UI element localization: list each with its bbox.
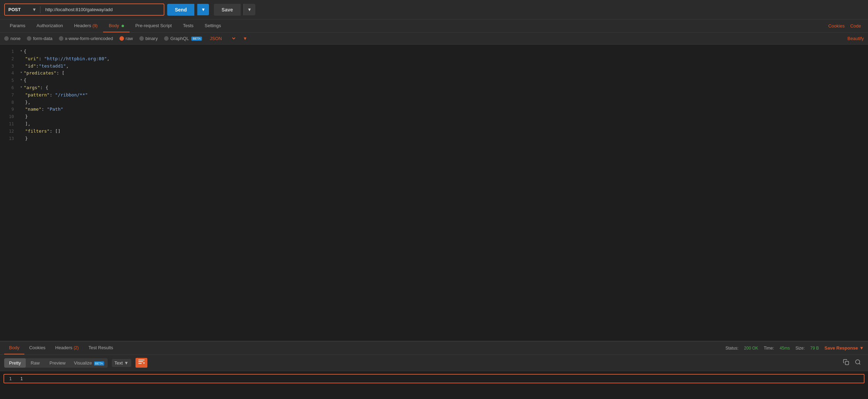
radio-urlencoded-circle: [59, 36, 63, 41]
response-body-line: 1 1: [3, 374, 865, 383]
request-tabs: Params Authorization Headers (9) Body Pr…: [0, 19, 868, 33]
tab-authorization[interactable]: Authorization: [31, 19, 69, 32]
code-line-13: 13 }: [0, 135, 868, 142]
radio-formdata-circle: [27, 36, 31, 41]
radio-none[interactable]: none: [4, 36, 21, 41]
response-tabs-row: Body Cookies Headers (2) Test Results St…: [0, 342, 868, 355]
view-preview-button[interactable]: Preview: [45, 358, 70, 368]
response-tab-cookies[interactable]: Cookies: [24, 342, 51, 354]
response-tab-body[interactable]: Body: [4, 342, 24, 354]
response-tab-headers[interactable]: Headers (2): [51, 342, 84, 354]
radio-graphql[interactable]: GraphQL BETA: [164, 36, 202, 41]
graphql-beta-badge: BETA: [191, 37, 202, 41]
code-line-10: 10 }: [0, 113, 868, 120]
svg-rect-0: [138, 360, 145, 360]
size-value: 79 B: [810, 346, 819, 351]
status-label: Status:: [726, 346, 738, 351]
radio-none-circle: [4, 36, 9, 41]
response-section: Body Cookies Headers (2) Test Results St…: [0, 341, 868, 399]
svg-rect-1: [138, 361, 143, 362]
status-value: 200 OK: [744, 346, 758, 351]
url-bar: POST GET PUT DELETE PATCH ▼ Send ▼ Save …: [0, 0, 868, 19]
response-headers-badge: (2): [73, 345, 79, 350]
response-line-number: 1: [9, 376, 13, 381]
tab-settings[interactable]: Settings: [199, 19, 227, 32]
method-dropdown-icon[interactable]: ▼: [30, 4, 39, 15]
tab-prerequest[interactable]: Pre-request Script: [130, 19, 177, 32]
visualize-beta-badge: BETA: [94, 361, 104, 366]
view-pretty-button[interactable]: Pretty: [4, 358, 26, 368]
code-line-8: 8 },: [0, 99, 868, 106]
right-icons: [840, 358, 864, 368]
radio-graphql-circle: [164, 36, 169, 41]
url-input-group: POST GET PUT DELETE PATCH ▼: [4, 3, 164, 16]
code-line-12: 12 "filters": []: [0, 128, 868, 135]
svg-rect-2: [138, 363, 142, 364]
radio-urlencoded[interactable]: x-www-form-urlencoded: [59, 36, 113, 41]
format-select-icon[interactable]: ▼: [124, 360, 129, 366]
tab-headers[interactable]: Headers (9): [69, 19, 103, 32]
code-line-9: 9 "name": "Path": [0, 106, 868, 113]
response-controls: Pretty Raw Preview Visualize BETA Text ▼: [0, 355, 868, 371]
tab-tests[interactable]: Tests: [177, 19, 199, 32]
save-button[interactable]: Save: [214, 4, 241, 16]
radio-raw-circle: [119, 36, 124, 41]
fold-arrow-1[interactable]: ▾: [20, 48, 22, 54]
save-response-button[interactable]: Save Response ▼: [824, 345, 864, 351]
response-body: 1 1: [0, 371, 868, 399]
code-line-3: 3 "id":"testadd1",: [0, 63, 868, 70]
time-label: Time:: [764, 346, 774, 351]
time-value: 45ms: [780, 346, 790, 351]
radio-raw[interactable]: raw: [119, 36, 133, 41]
url-input[interactable]: [42, 4, 164, 15]
fold-arrow-4[interactable]: ▾: [20, 70, 22, 75]
cookies-link[interactable]: Cookies: [826, 20, 847, 32]
response-stats: Status: 200 OK Time: 45ms Size: 79 B Sav…: [726, 345, 864, 351]
save-dropdown-button[interactable]: ▼: [243, 4, 255, 15]
wrap-button[interactable]: [135, 358, 147, 368]
method-select[interactable]: POST GET PUT DELETE PATCH: [5, 4, 30, 15]
code-editor[interactable]: 1 ▾ { 2 "uri": "http://httpbin.org:80", …: [0, 45, 868, 341]
code-line-2: 2 "uri": "http://httpbin.org:80",: [0, 55, 868, 63]
response-view-group: Pretty Raw Preview Visualize BETA: [4, 358, 108, 368]
body-type-row: none form-data x-www-form-urlencoded raw…: [0, 33, 868, 45]
view-visualize-button[interactable]: Visualize BETA: [70, 358, 107, 368]
svg-point-4: [855, 360, 860, 364]
radio-binary[interactable]: binary: [139, 36, 158, 41]
code-line-6: 6 ▾ "args": {: [0, 84, 868, 92]
format-dropdown-icon[interactable]: ▼: [243, 36, 247, 41]
search-button[interactable]: [852, 358, 864, 368]
headers-badge: (9): [92, 23, 98, 28]
radio-form-data[interactable]: form-data: [27, 36, 53, 41]
copy-button[interactable]: [840, 358, 852, 368]
code-line-5: 5 ▾ {: [0, 77, 868, 84]
send-dropdown-button[interactable]: ▼: [197, 4, 209, 15]
radio-binary-circle: [139, 36, 144, 41]
view-raw-button[interactable]: Raw: [26, 358, 45, 368]
url-divider: [40, 6, 40, 13]
body-dot-indicator: [122, 25, 124, 27]
fold-arrow-5[interactable]: ▾: [20, 77, 22, 83]
fold-arrow-6[interactable]: ▾: [20, 84, 22, 90]
format-select-group[interactable]: Text ▼: [112, 359, 132, 367]
code-line-4: 4 ▾ "predicates": [: [0, 70, 868, 77]
code-line-11: 11 ],: [0, 120, 868, 128]
svg-line-5: [859, 363, 860, 364]
size-label: Size:: [796, 346, 805, 351]
format-label: Text: [115, 360, 123, 366]
code-link[interactable]: Code: [847, 20, 864, 32]
save-response-dropdown-icon[interactable]: ▼: [859, 345, 864, 351]
tab-body[interactable]: Body: [103, 19, 130, 32]
svg-rect-3: [845, 361, 849, 365]
tab-params[interactable]: Params: [4, 19, 31, 32]
code-line-1: 1 ▾ {: [0, 48, 868, 55]
send-button[interactable]: Send: [167, 4, 194, 16]
code-line-7: 7 "pattern": "/ribbon/**": [0, 92, 868, 99]
format-select[interactable]: JSON Text JavaScript HTML XML: [208, 36, 237, 41]
response-tab-testresults[interactable]: Test Results: [84, 342, 118, 354]
response-line-value: 1: [20, 376, 23, 381]
beautify-button[interactable]: Beautify: [847, 36, 864, 41]
